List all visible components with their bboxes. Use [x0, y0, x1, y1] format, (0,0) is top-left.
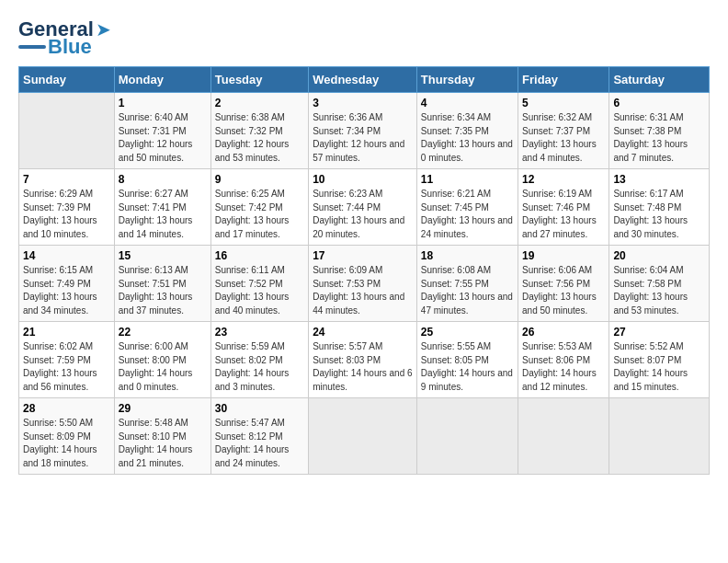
day-detail: Sunrise: 6:34 AMSunset: 7:35 PMDaylight:…: [421, 111, 514, 165]
calendar-header-row: SundayMondayTuesdayWednesdayThursdayFrid…: [19, 67, 710, 93]
day-number: 5: [522, 97, 605, 109]
day-number: 15: [119, 249, 207, 262]
calendar-cell: 6Sunrise: 6:31 AMSunset: 7:38 PMDaylight…: [609, 93, 710, 169]
column-header-monday: Monday: [114, 67, 210, 93]
day-number: 4: [421, 97, 514, 109]
calendar-cell: 7Sunrise: 6:29 AMSunset: 7:39 PMDaylight…: [19, 169, 115, 246]
column-header-wednesday: Wednesday: [309, 67, 417, 93]
calendar-cell: 9Sunrise: 6:25 AMSunset: 7:42 PMDaylight…: [210, 169, 308, 246]
calendar-cell: 12Sunrise: 6:19 AMSunset: 7:46 PMDayligh…: [518, 169, 609, 246]
calendar-cell: 8Sunrise: 6:27 AMSunset: 7:41 PMDaylight…: [114, 169, 210, 246]
day-number: 3: [313, 97, 413, 109]
day-detail: Sunrise: 6:06 AMSunset: 7:56 PMDaylight:…: [522, 264, 605, 317]
column-header-tuesday: Tuesday: [210, 67, 308, 93]
day-detail: Sunrise: 6:29 AMSunset: 7:39 PMDaylight:…: [23, 188, 110, 241]
calendar-cell: 13Sunrise: 6:17 AMSunset: 7:48 PMDayligh…: [609, 169, 710, 246]
day-detail: Sunrise: 6:25 AMSunset: 7:42 PMDaylight:…: [215, 188, 304, 241]
day-number: 21: [23, 326, 110, 339]
day-detail: Sunrise: 6:09 AMSunset: 7:53 PMDaylight:…: [313, 264, 413, 317]
calendar-cell: [309, 398, 417, 475]
calendar-cell: 24Sunrise: 5:57 AMSunset: 8:03 PMDayligh…: [309, 322, 417, 398]
day-number: 9: [215, 173, 304, 186]
day-number: 27: [613, 326, 705, 339]
page-header: General ➤ Blue: [18, 18, 710, 57]
day-number: 16: [215, 249, 304, 262]
day-detail: Sunrise: 6:17 AMSunset: 7:48 PMDaylight:…: [613, 188, 705, 241]
day-number: 17: [313, 249, 413, 262]
day-detail: Sunrise: 6:13 AMSunset: 7:51 PMDaylight:…: [119, 264, 207, 317]
day-number: 18: [421, 249, 514, 262]
calendar-cell: 14Sunrise: 6:15 AMSunset: 7:49 PMDayligh…: [19, 246, 115, 322]
day-number: 25: [421, 326, 514, 339]
day-number: 30: [215, 402, 304, 415]
day-number: 20: [613, 249, 705, 262]
calendar-cell: [609, 398, 710, 475]
calendar-cell: 27Sunrise: 5:52 AMSunset: 8:07 PMDayligh…: [609, 322, 710, 398]
day-number: 11: [421, 173, 514, 186]
day-detail: Sunrise: 6:36 AMSunset: 7:34 PMDaylight:…: [313, 111, 413, 165]
calendar-cell: 10Sunrise: 6:23 AMSunset: 7:44 PMDayligh…: [309, 169, 417, 246]
day-detail: Sunrise: 6:38 AMSunset: 7:32 PMDaylight:…: [215, 111, 304, 165]
day-number: 19: [522, 249, 605, 262]
logo: General ➤ Blue: [18, 18, 111, 57]
calendar-cell: 18Sunrise: 6:08 AMSunset: 7:55 PMDayligh…: [416, 246, 518, 322]
calendar-week-3: 14Sunrise: 6:15 AMSunset: 7:49 PMDayligh…: [19, 246, 710, 322]
calendar-cell: 23Sunrise: 5:59 AMSunset: 8:02 PMDayligh…: [210, 322, 308, 398]
day-detail: Sunrise: 6:32 AMSunset: 7:37 PMDaylight:…: [522, 111, 605, 165]
day-detail: Sunrise: 6:00 AMSunset: 8:00 PMDaylight:…: [119, 340, 207, 394]
day-detail: Sunrise: 6:08 AMSunset: 7:55 PMDaylight:…: [421, 264, 514, 317]
day-detail: Sunrise: 6:31 AMSunset: 7:38 PMDaylight:…: [613, 111, 705, 165]
calendar-cell: 16Sunrise: 6:11 AMSunset: 7:52 PMDayligh…: [210, 246, 308, 322]
day-detail: Sunrise: 5:53 AMSunset: 8:06 PMDaylight:…: [522, 340, 605, 394]
day-detail: Sunrise: 6:40 AMSunset: 7:31 PMDaylight:…: [119, 111, 207, 165]
day-number: 13: [613, 173, 705, 186]
day-number: 7: [23, 173, 110, 186]
calendar-cell: [19, 93, 115, 169]
day-number: 14: [23, 249, 110, 262]
calendar-cell: 17Sunrise: 6:09 AMSunset: 7:53 PMDayligh…: [309, 246, 417, 322]
day-number: 12: [522, 173, 605, 186]
column-header-friday: Friday: [518, 67, 609, 93]
calendar-cell: 21Sunrise: 6:02 AMSunset: 7:59 PMDayligh…: [19, 322, 115, 398]
day-number: 10: [313, 173, 413, 186]
calendar-week-2: 7Sunrise: 6:29 AMSunset: 7:39 PMDaylight…: [19, 169, 710, 246]
day-number: 29: [119, 402, 207, 415]
column-header-sunday: Sunday: [19, 67, 115, 93]
calendar-cell: 20Sunrise: 6:04 AMSunset: 7:58 PMDayligh…: [609, 246, 710, 322]
calendar-cell: 1Sunrise: 6:40 AMSunset: 7:31 PMDaylight…: [114, 93, 210, 169]
calendar-cell: 25Sunrise: 5:55 AMSunset: 8:05 PMDayligh…: [416, 322, 518, 398]
calendar-week-1: 1Sunrise: 6:40 AMSunset: 7:31 PMDaylight…: [19, 93, 710, 169]
calendar-cell: 3Sunrise: 6:36 AMSunset: 7:34 PMDaylight…: [309, 93, 417, 169]
calendar-cell: 26Sunrise: 5:53 AMSunset: 8:06 PMDayligh…: [518, 322, 609, 398]
day-detail: Sunrise: 6:15 AMSunset: 7:49 PMDaylight:…: [23, 264, 110, 317]
calendar-cell: 22Sunrise: 6:00 AMSunset: 8:00 PMDayligh…: [114, 322, 210, 398]
day-detail: Sunrise: 5:48 AMSunset: 8:10 PMDaylight:…: [119, 417, 207, 470]
day-number: 23: [215, 326, 304, 339]
day-number: 28: [23, 402, 110, 415]
day-number: 26: [522, 326, 605, 339]
day-detail: Sunrise: 6:11 AMSunset: 7:52 PMDaylight:…: [215, 264, 304, 317]
day-detail: Sunrise: 5:57 AMSunset: 8:03 PMDaylight:…: [313, 340, 413, 394]
day-detail: Sunrise: 6:21 AMSunset: 7:45 PMDaylight:…: [421, 188, 514, 241]
day-detail: Sunrise: 6:23 AMSunset: 7:44 PMDaylight:…: [313, 188, 413, 241]
calendar-cell: [518, 398, 609, 475]
calendar-cell: 30Sunrise: 5:47 AMSunset: 8:12 PMDayligh…: [210, 398, 308, 475]
calendar-cell: 11Sunrise: 6:21 AMSunset: 7:45 PMDayligh…: [416, 169, 518, 246]
calendar-cell: 5Sunrise: 6:32 AMSunset: 7:37 PMDaylight…: [518, 93, 609, 169]
day-detail: Sunrise: 5:55 AMSunset: 8:05 PMDaylight:…: [421, 340, 514, 394]
day-detail: Sunrise: 6:02 AMSunset: 7:59 PMDaylight:…: [23, 340, 110, 394]
day-detail: Sunrise: 5:59 AMSunset: 8:02 PMDaylight:…: [215, 340, 304, 394]
day-detail: Sunrise: 5:50 AMSunset: 8:09 PMDaylight:…: [23, 417, 110, 470]
column-header-saturday: Saturday: [609, 67, 710, 93]
day-detail: Sunrise: 5:47 AMSunset: 8:12 PMDaylight:…: [215, 417, 304, 470]
calendar-cell: 15Sunrise: 6:13 AMSunset: 7:51 PMDayligh…: [114, 246, 210, 322]
day-number: 8: [119, 173, 207, 186]
logo-bird-icon: ➤: [96, 18, 111, 40]
calendar-cell: 2Sunrise: 6:38 AMSunset: 7:32 PMDaylight…: [210, 93, 308, 169]
day-number: 6: [613, 97, 705, 109]
calendar-week-5: 28Sunrise: 5:50 AMSunset: 8:09 PMDayligh…: [19, 398, 710, 475]
day-number: 22: [119, 326, 207, 339]
calendar-cell: 19Sunrise: 6:06 AMSunset: 7:56 PMDayligh…: [518, 246, 609, 322]
calendar-week-4: 21Sunrise: 6:02 AMSunset: 7:59 PMDayligh…: [19, 322, 710, 398]
calendar-cell: 4Sunrise: 6:34 AMSunset: 7:35 PMDaylight…: [416, 93, 518, 169]
